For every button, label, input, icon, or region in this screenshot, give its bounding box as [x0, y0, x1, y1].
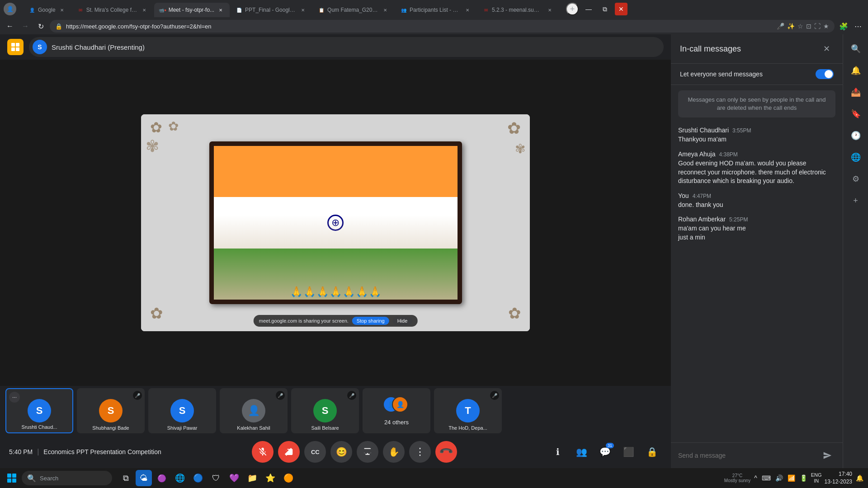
more-options-button[interactable]: ⋮	[409, 441, 431, 463]
share-sidebar-button[interactable]: 📤	[847, 83, 865, 101]
present-button[interactable]	[357, 441, 378, 463]
browser-tab-tab-6[interactable]: 👥 Participants List - Goo... ✕	[395, 3, 476, 17]
messages-toggle[interactable]	[816, 69, 834, 79]
chrome-app[interactable]: 🌐	[172, 470, 188, 486]
participant-card-p3[interactable]: S Shivaji Pawar	[148, 388, 216, 433]
chat-input[interactable]	[678, 452, 816, 459]
people-button[interactable]: 👥	[571, 442, 591, 462]
teams2-app[interactable]: 💜	[226, 470, 242, 486]
tab-favicon: 📄	[236, 7, 242, 13]
tab-close[interactable]: ✕	[141, 6, 148, 14]
profile-icon[interactable]: 👤	[4, 3, 16, 15]
participant-more-btn[interactable]: ···	[9, 392, 20, 403]
info-button[interactable]: ℹ	[548, 442, 568, 462]
tab-label: St. Mira's College for G...	[86, 7, 138, 13]
history-sidebar-button[interactable]: 🕐	[847, 127, 865, 145]
chat-message: You 4:47PM done. thank you	[678, 192, 835, 210]
back-button[interactable]: ←	[4, 20, 16, 33]
browser-tab-tab-5[interactable]: 📋 Qum Fatema_G20 AN... ✕	[313, 3, 394, 17]
browser-menu-button[interactable]: ⋯	[852, 20, 864, 33]
participant-card-p1[interactable]: ··· S Srushti Chaud...	[5, 388, 73, 433]
close-browser-button[interactable]: ✕	[615, 3, 627, 15]
malware-app[interactable]: 🛡	[208, 470, 224, 486]
share-bar: meet.google.com is sharing your screen. …	[254, 315, 418, 327]
end-call-button[interactable]: 📞	[431, 436, 462, 467]
search-sidebar-button[interactable]: 🔍	[847, 40, 865, 58]
tab-close[interactable]: ✕	[58, 6, 66, 14]
raise-hand-button[interactable]: ✋	[383, 441, 405, 463]
region-text: IN	[811, 478, 822, 484]
bookmark-sidebar-button[interactable]: 🔖	[847, 105, 865, 123]
emoji-button[interactable]: 😊	[330, 441, 352, 463]
presenter-avatar: S	[33, 40, 47, 54]
participant-card-p6[interactable]: 👤 👤 24 others	[363, 388, 430, 433]
network-icon[interactable]: 📶	[787, 474, 796, 482]
video-button[interactable]	[278, 441, 300, 463]
browser-tab-tab-4[interactable]: 📄 PPT_Final - Google Dr... ✕	[231, 3, 312, 17]
tab-close[interactable]: ✕	[299, 6, 307, 14]
notification-tray[interactable]: 🔔	[855, 474, 864, 482]
edge-sidebar-button[interactable]: 🌐	[847, 148, 865, 166]
close-chat-button[interactable]: ✕	[819, 42, 834, 56]
participant-card-p2[interactable]: S 🎤 Shubhangi Bade	[77, 388, 145, 433]
send-button[interactable]	[819, 447, 835, 464]
participant-card-p4[interactable]: 👤 🎤 Kalekhan Sahil	[220, 388, 288, 433]
chat-button[interactable]: 💬31	[595, 442, 615, 462]
widgets-button[interactable]: 🌤	[136, 470, 152, 486]
tab-close[interactable]: ✕	[217, 6, 224, 14]
share-text: meet.google.com is sharing your screen.	[259, 318, 349, 324]
files-app[interactable]: 📁	[244, 470, 260, 486]
taskbar-clock: 17:40 13-12-2023	[825, 470, 852, 486]
browser-tab-tab-7[interactable]: ✉ 5.2.3 - meenal.sumant... ✕	[477, 3, 559, 17]
office-app[interactable]: 🟠	[280, 470, 297, 486]
task-view-button[interactable]: ⧉	[118, 470, 134, 486]
participant-card-p5[interactable]: S 🎤 Saili Belsare	[291, 388, 359, 433]
tab-label: Google	[38, 7, 56, 13]
settings-sidebar-button[interactable]: ⚙	[847, 170, 865, 188]
forward-button[interactable]: →	[19, 20, 32, 33]
message-header: Srushti Chaudhari 3:55PM	[678, 127, 835, 134]
microphone-icon[interactable]: 🎤	[777, 23, 784, 30]
captions-button[interactable]: CC	[304, 441, 326, 463]
tab-favicon: 📋	[318, 7, 325, 13]
plus-sidebar-button[interactable]: +	[847, 192, 865, 210]
lock-button[interactable]: 🔒	[642, 442, 662, 462]
participant-name-p4: Kalekhan Sahil	[223, 425, 284, 431]
split-icon[interactable]: ⊡	[806, 23, 811, 30]
chat-notice: Messages can only be seen by people in t…	[678, 90, 835, 117]
favorites-icon[interactable]: ★	[823, 23, 829, 30]
mute-button[interactable]	[252, 441, 274, 463]
collection-icon[interactable]: ⛶	[814, 23, 821, 30]
star-icon[interactable]: ☆	[797, 23, 803, 30]
hide-button[interactable]: Hide	[393, 317, 412, 325]
volume-icon[interactable]: 🔊	[774, 474, 784, 482]
notification-sidebar-button[interactable]: 🔔	[847, 61, 865, 80]
teams-app[interactable]: 🟣	[154, 470, 170, 486]
start-button[interactable]	[4, 470, 20, 486]
stop-sharing-button[interactable]: Stop sharing	[352, 317, 389, 325]
address-bar[interactable]: 🔒 https://meet.google.com/fsy-otpr-foo?a…	[50, 20, 835, 33]
participant-card-p7[interactable]: T 🎤 The HoD, Depa...	[434, 388, 502, 433]
edge-app[interactable]: 🔵	[190, 470, 206, 486]
tray-expand[interactable]: ^	[753, 474, 758, 482]
taskbar-apps: ⧉ 🌤 🟣 🌐 🔵 🛡 💜 📁 ⭐ 🟠	[118, 470, 297, 486]
copilot-icon[interactable]: ✨	[787, 23, 795, 30]
tab-close[interactable]: ✕	[464, 6, 471, 14]
chat-input-row	[671, 442, 843, 468]
tab-close[interactable]: ✕	[382, 6, 389, 14]
new-tab-button[interactable]: +	[566, 3, 579, 15]
tab-close[interactable]: ✕	[546, 6, 553, 14]
activities-button[interactable]: ⬛	[618, 442, 638, 462]
extensions-button[interactable]: 🧩	[837, 20, 850, 33]
norton-app[interactable]: ⭐	[262, 470, 278, 486]
reload-button[interactable]: ↻	[34, 20, 47, 33]
browser-tab-tab-2[interactable]: ✉ St. Mira's College for G... ✕	[72, 3, 153, 17]
bottom-right: ℹ👥💬31⬛🔒	[548, 442, 662, 462]
browser-tab-tab-1[interactable]: 👤 Google ✕	[24, 3, 71, 17]
restore-button[interactable]: ⧉	[599, 3, 611, 15]
taskbar-search[interactable]: 🔍 Search	[22, 471, 112, 485]
message-text: Good evening HOD ma'am. would you please…	[678, 159, 835, 186]
minimize-button[interactable]: —	[582, 3, 595, 15]
chat-title: In-call messages	[680, 44, 741, 54]
browser-tab-tab-3[interactable]: 📹● Meet - fsy-otpr-fo... ✕	[154, 3, 230, 17]
